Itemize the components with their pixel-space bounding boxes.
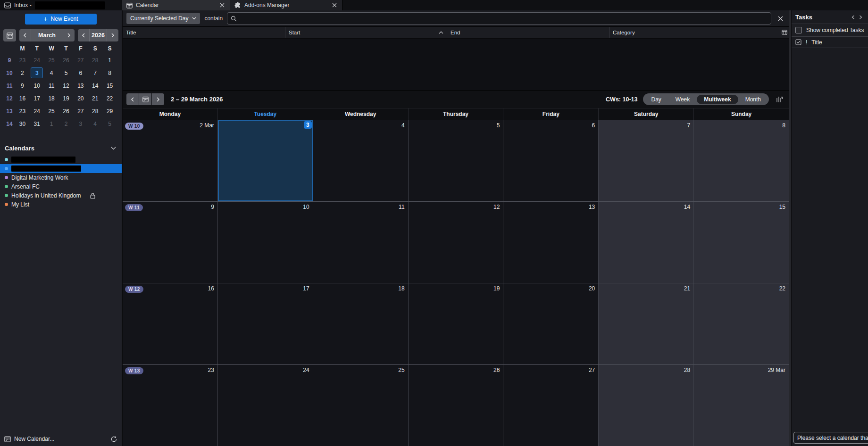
minical-day[interactable]: 29 bbox=[104, 106, 116, 116]
day-cell[interactable]: 17 bbox=[217, 283, 313, 364]
day-cell[interactable]: 19 bbox=[408, 283, 503, 364]
minical-day[interactable]: 24 bbox=[31, 55, 43, 66]
minical-day-cell[interactable]: 18 bbox=[44, 92, 59, 105]
minical-day-cell[interactable]: 11 bbox=[44, 79, 59, 92]
day-cell[interactable]: 21 bbox=[598, 283, 693, 364]
today-button[interactable] bbox=[139, 93, 151, 105]
calendar-list-item[interactable]: Holidays in United Kingdom bbox=[0, 191, 122, 200]
view-button-day[interactable]: Day bbox=[644, 95, 668, 104]
next-period-button[interactable] bbox=[152, 93, 164, 105]
day-cell[interactable]: 11 bbox=[313, 202, 408, 283]
close-filter-icon[interactable] bbox=[776, 14, 785, 23]
day-cell[interactable]: 6 bbox=[503, 120, 598, 201]
minical-day[interactable]: 26 bbox=[60, 55, 72, 66]
column-header-end[interactable]: End bbox=[447, 27, 609, 38]
minical-day[interactable]: 27 bbox=[75, 55, 87, 66]
column-picker-icon[interactable] bbox=[780, 27, 789, 38]
minical-day[interactable]: 3 bbox=[75, 118, 87, 129]
calendar-list-item[interactable] bbox=[0, 164, 122, 173]
minical-day-cell[interactable]: 5 bbox=[59, 66, 74, 79]
minical-day-cell[interactable]: 27 bbox=[73, 54, 88, 66]
minical-day[interactable]: 4 bbox=[45, 67, 58, 78]
minical-selected-day[interactable]: 3 bbox=[31, 67, 43, 78]
column-header-category[interactable]: Category bbox=[609, 27, 780, 38]
minical-day-cell[interactable]: 23 bbox=[15, 54, 30, 66]
minical-day-cell[interactable]: 19 bbox=[59, 92, 74, 105]
minical-day[interactable]: 28 bbox=[89, 106, 101, 116]
day-cell[interactable]: 20 bbox=[503, 283, 598, 364]
minical-day-cell[interactable]: 8 bbox=[102, 66, 117, 79]
minical-day-cell[interactable]: 14 bbox=[88, 79, 102, 92]
minical-day[interactable]: 23 bbox=[16, 106, 28, 116]
minical-day[interactable]: 1 bbox=[45, 118, 58, 129]
day-cell[interactable]: 27 bbox=[503, 365, 598, 446]
day-cell[interactable]: 24 bbox=[217, 365, 313, 446]
year-previous-icon[interactable] bbox=[78, 29, 89, 41]
minical-day[interactable]: 7 bbox=[89, 67, 101, 78]
calendar-list-item[interactable] bbox=[0, 155, 122, 164]
calendar-list-item[interactable]: Digital Marketing Work bbox=[0, 173, 122, 182]
minical-day-cell[interactable]: 4 bbox=[44, 66, 59, 79]
minical-day-cell[interactable]: 26 bbox=[59, 105, 74, 117]
day-cell[interactable]: 28 bbox=[598, 365, 693, 446]
day-cell[interactable]: 29 Mar bbox=[693, 365, 789, 446]
minical-day[interactable]: 15 bbox=[104, 80, 116, 91]
day-cell[interactable]: 12 bbox=[408, 202, 503, 283]
minical-day[interactable]: 27 bbox=[75, 106, 87, 116]
day-cell[interactable]: 10 bbox=[217, 202, 313, 283]
minical-day-cell[interactable]: 17 bbox=[30, 92, 44, 105]
minical-day[interactable]: 4 bbox=[89, 118, 101, 129]
minical-day-cell[interactable]: 10 bbox=[30, 79, 44, 92]
show-completed-checkbox[interactable] bbox=[795, 27, 802, 33]
month-previous-icon[interactable] bbox=[19, 29, 31, 41]
minical-day[interactable]: 13 bbox=[75, 80, 87, 91]
minical-day[interactable]: 8 bbox=[104, 67, 116, 78]
minical-day-cell[interactable]: 22 bbox=[102, 92, 117, 105]
minical-day[interactable]: 14 bbox=[89, 80, 101, 91]
minical-day[interactable]: 6 bbox=[75, 67, 87, 78]
day-cell[interactable]: W 119 bbox=[123, 202, 217, 283]
minical-day[interactable]: 18 bbox=[45, 93, 58, 104]
calendars-header[interactable]: Calendars bbox=[0, 142, 122, 155]
day-cell[interactable]: W 102 Mar bbox=[123, 120, 217, 201]
calendar-list-item[interactable]: My List bbox=[0, 200, 122, 209]
minical-day-cell[interactable]: 4 bbox=[88, 117, 102, 130]
minical-day[interactable]: 26 bbox=[60, 106, 72, 116]
minical-day[interactable]: 17 bbox=[31, 93, 43, 104]
tab-calendar-close-icon[interactable] bbox=[219, 2, 225, 8]
minical-day-cell[interactable]: 13 bbox=[73, 79, 88, 92]
task-priority-column[interactable]: ! bbox=[806, 39, 807, 46]
new-task-input[interactable]: Please select a calendar that s bbox=[793, 432, 868, 444]
minical-day-cell[interactable]: 2 bbox=[15, 66, 30, 79]
event-list-empty[interactable] bbox=[123, 39, 789, 90]
minical-day[interactable]: 22 bbox=[104, 93, 116, 104]
tab-addons-manager[interactable]: Add-ons Manager bbox=[230, 0, 342, 10]
event-search-box[interactable] bbox=[227, 12, 771, 25]
minical-day[interactable]: 21 bbox=[89, 93, 101, 104]
minical-day-cell[interactable]: 15 bbox=[102, 79, 117, 92]
minical-day-cell[interactable]: 30 bbox=[15, 117, 30, 130]
tab-inbox[interactable]: Inbox - bbox=[0, 0, 122, 10]
minical-day-cell[interactable]: 7 bbox=[88, 66, 102, 79]
minical-day[interactable]: 24 bbox=[31, 106, 43, 116]
minical-day-cell[interactable]: 24 bbox=[30, 54, 44, 66]
day-cell[interactable]: W 1216 bbox=[123, 283, 217, 364]
calendar-list-item[interactable]: Arsenal FC bbox=[0, 182, 122, 191]
search-input[interactable] bbox=[240, 15, 768, 22]
minical-day-cell[interactable]: 31 bbox=[30, 117, 44, 130]
minical-day[interactable]: 28 bbox=[89, 55, 101, 66]
column-header-start[interactable]: Start bbox=[285, 27, 447, 38]
view-button-week[interactable]: Week bbox=[668, 95, 697, 104]
date-range-dropdown[interactable]: Currently Selected Day bbox=[126, 13, 200, 24]
minical-day-cell[interactable]: 25 bbox=[44, 54, 59, 66]
minical-day-cell[interactable]: 24 bbox=[30, 105, 44, 117]
minical-day[interactable]: 5 bbox=[104, 118, 116, 129]
rotate-view-icon[interactable] bbox=[775, 94, 785, 105]
minical-day[interactable]: 10 bbox=[31, 80, 43, 91]
day-cell[interactable]: 5 bbox=[408, 120, 503, 201]
minical-day-cell[interactable]: 2 bbox=[59, 117, 74, 130]
new-event-button[interactable]: + New Event bbox=[25, 14, 97, 25]
minical-day-cell[interactable]: 28 bbox=[88, 54, 102, 66]
minical-day-cell[interactable]: 1 bbox=[44, 117, 59, 130]
day-cell[interactable]: 26 bbox=[408, 365, 503, 446]
